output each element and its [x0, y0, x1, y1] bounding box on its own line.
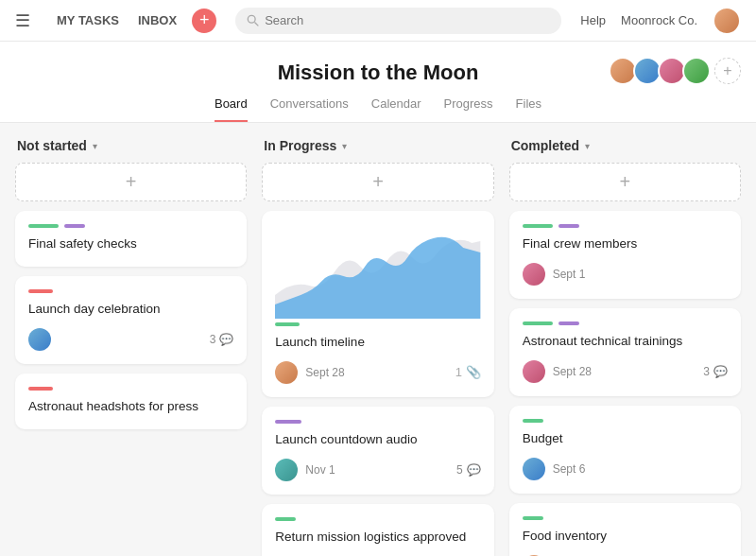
search-input[interactable] [265, 13, 550, 27]
tag-purple [64, 224, 85, 228]
column-header-completed: Completed ▾ [509, 138, 741, 153]
comment-icon: 💬 [219, 333, 233, 346]
tag-purple [558, 321, 579, 325]
card-launch-day-celebration: Launch day celebration 3 💬 [15, 276, 247, 364]
comment-icon: 💬 [713, 365, 728, 378]
tag-pink [28, 387, 53, 391]
card-footer: 3 💬 [28, 328, 233, 351]
card-budget: Budget Sept 6 [509, 406, 741, 494]
card-date: Sept 6 [553, 462, 586, 476]
comment-count: 3 [703, 365, 710, 378]
card-footer: Nov 1 5 💬 [275, 459, 480, 481]
svg-point-0 [248, 15, 255, 23]
tag-green [523, 321, 553, 325]
tag-green [523, 516, 543, 520]
card-avatar [523, 263, 545, 286]
card-tags [28, 387, 233, 391]
nav-links: MY TASKS INBOX [49, 9, 184, 31]
card-title: Astronaut headshots for press [28, 398, 233, 416]
card-avatar [523, 360, 545, 383]
card-tags [28, 224, 233, 228]
tag-green [523, 419, 543, 423]
menu-icon[interactable]: ☰ [15, 10, 30, 31]
tab-board[interactable]: Board [215, 96, 248, 122]
card-title: Launch timeline [275, 334, 480, 352]
tab-progress[interactable]: Progress [444, 96, 493, 122]
card-title: Astronaut technical trainings [523, 333, 728, 351]
svg-line-1 [255, 22, 259, 26]
card-final-safety-checks: Final safety checks [15, 211, 247, 267]
comment-icon: 💬 [467, 463, 481, 477]
card-date: Sept 28 [305, 366, 344, 379]
search-bar[interactable] [235, 8, 561, 34]
card-avatar [275, 361, 298, 384]
card-title: Return mission logistics approved [275, 529, 480, 547]
card-footer: Sept 28 1 📎 [275, 361, 480, 384]
card-astronaut-headshots: Astronaut headshots for press [15, 374, 247, 429]
card-title: Food inventory [523, 528, 728, 546]
tag-green [523, 224, 553, 228]
card-avatar [275, 459, 298, 481]
chart-area [275, 224, 480, 319]
column-not-started: Not started ▾ + Final safety checks Laun… [15, 138, 247, 548]
company-name: Moonrock Co. [621, 13, 697, 27]
card-title: Budget [523, 430, 728, 448]
card-comments: 3 💬 [703, 365, 728, 378]
column-chevron-in-progress[interactable]: ▾ [342, 141, 347, 151]
tag-pink [28, 289, 53, 293]
card-footer: Sept 6 [523, 458, 728, 480]
card-final-crew-members: Final crew members Sept 1 [509, 211, 741, 299]
help-link[interactable]: Help [580, 13, 606, 27]
card-title: Final crew members [523, 235, 728, 253]
card-date: Sept 1 [553, 268, 586, 281]
nav-right: Help Moonrock Co. [580, 7, 741, 35]
column-header-not-started: Not started ▾ [15, 138, 247, 153]
card-tags [523, 321, 728, 325]
card-tags [523, 224, 728, 228]
card-avatar [523, 458, 545, 480]
column-title-not-started: Not started [17, 138, 87, 153]
tag-green [275, 517, 296, 521]
board-area: Not started ▾ + Final safety checks Laun… [0, 123, 756, 556]
card-tags [275, 517, 480, 521]
card-tags [523, 516, 728, 520]
add-card-not-started[interactable]: + [15, 163, 247, 201]
team-avatar-4[interactable] [682, 57, 711, 85]
card-date: Sept 28 [553, 365, 592, 378]
team-avatars: + [609, 57, 741, 85]
card-title: Launch day celebration [28, 301, 233, 319]
tab-files[interactable]: Files [516, 96, 541, 122]
tab-conversations[interactable]: Conversations [270, 96, 349, 122]
card-astronaut-technical-trainings: Astronaut technical trainings Sept 28 3 … [509, 308, 741, 396]
add-card-completed[interactable]: + [509, 163, 741, 201]
card-date: Nov 1 [305, 463, 335, 477]
attachment-icon: 1 📎 [455, 365, 481, 379]
inbox-link[interactable]: INBOX [130, 9, 184, 31]
card-avatar [28, 328, 51, 351]
column-chevron-not-started[interactable]: ▾ [93, 141, 97, 151]
my-tasks-link[interactable]: MY TASKS [49, 9, 127, 31]
column-chevron-completed[interactable]: ▾ [585, 141, 590, 151]
tab-calendar[interactable]: Calendar [371, 96, 421, 122]
card-footer: Sept 1 [523, 263, 728, 286]
card-comments: 5 💬 [456, 463, 481, 477]
tag-green [275, 322, 300, 326]
card-launch-timeline: Launch timeline Sept 28 1 📎 [262, 211, 493, 397]
user-avatar[interactable] [713, 7, 741, 35]
column-title-in-progress: In Progress [264, 138, 336, 153]
project-tabs: Board Conversations Calendar Progress Fi… [0, 96, 756, 122]
add-team-member-button[interactable]: + [714, 58, 741, 84]
card-food-inventory: Food inventory Oct 1 3 💬 [509, 503, 741, 556]
card-title: Launch countdown audio [275, 431, 480, 449]
comment-count: 3 [210, 333, 216, 346]
card-tags [28, 289, 233, 293]
top-navigation: ☰ MY TASKS INBOX + Help Moonrock Co. [0, 0, 756, 42]
card-title: Final safety checks [28, 235, 233, 253]
column-completed: Completed ▾ + Final crew members Sept 1 … [509, 138, 741, 548]
card-tags [275, 322, 480, 326]
column-title-completed: Completed [511, 138, 579, 153]
add-button[interactable]: + [192, 9, 216, 33]
comment-count: 5 [456, 463, 463, 477]
add-card-in-progress[interactable]: + [262, 163, 493, 201]
tag-purple [275, 420, 301, 424]
